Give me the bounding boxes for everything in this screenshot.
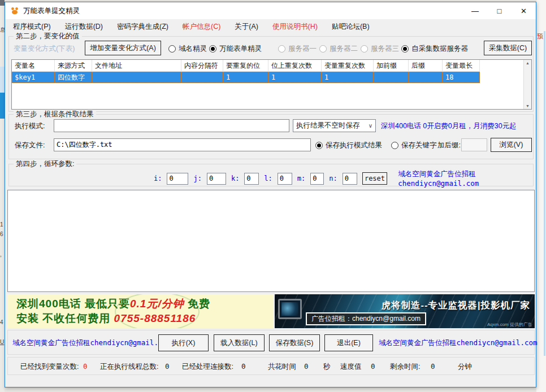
cell-source-mode: 四位数字 xyxy=(55,72,92,83)
param-i-input[interactable] xyxy=(167,173,188,185)
ad-link-domain-rent[interactable]: 域名空间黄金广告位招租chendiycn@gmail.com xyxy=(398,169,533,188)
collect-data-button[interactable]: 采集数据(C) xyxy=(484,41,532,55)
table-header-row: 变量名 来源方式 文件地址 内容分隔符 要重复的位 位上重复次数 变量重复次数 … xyxy=(12,60,531,72)
load-data-button[interactable]: 载入数据(L) xyxy=(214,334,265,351)
param-k-label: k: xyxy=(231,175,239,182)
action-row: 域名空间黄金广告位招租chendiycn@gmail.com 执行(X) 载入数… xyxy=(7,330,535,355)
banner-ad-right[interactable]: 虎将制造--专业监视器|投影机厂家 广告位招租：chendiycn@gmail.… xyxy=(275,294,535,328)
table-scrollbar[interactable]: ▲ ▼ xyxy=(523,60,531,109)
exit-button[interactable]: 退出(E) xyxy=(324,334,373,351)
cell-suffix xyxy=(409,72,443,83)
param-i-label: i: xyxy=(154,175,162,182)
ad-link-bottom-left[interactable]: 域名空间黄金广告位招租chendiycn@gmail.com xyxy=(12,338,171,348)
menu-manual[interactable]: 使用说明书(H) xyxy=(272,22,318,32)
col-header[interactable]: 变量最长 xyxy=(443,60,480,72)
minimize-button[interactable]: — xyxy=(463,2,487,19)
app-window: 万能表单提交精灵 — □ ✕ 程序模式(P) 运行数据(D) 密码字典生成(Z)… xyxy=(5,2,536,387)
status-bar: 已经找到变量次数: 0 正在执行线程总数: 0 已经处理连接数: 0 共花时间 … xyxy=(7,357,535,375)
step3-group-title: 第三步，根据条件取结果 xyxy=(14,110,96,119)
save-file-input[interactable] xyxy=(54,138,311,151)
cell-separator xyxy=(181,72,223,83)
param-m-label: m: xyxy=(297,175,305,182)
param-j-label: j: xyxy=(193,175,201,182)
ad-link-400phone[interactable]: 深圳400电话 0开启费0月租，月消费30元起 xyxy=(381,121,517,131)
radio-checked-icon xyxy=(209,45,216,53)
col-header[interactable]: 来源方式 xyxy=(55,60,92,72)
status-connections-label: 已经处理连接数: xyxy=(182,362,233,372)
step4-group-title: 第四步，循环参数: xyxy=(14,159,76,169)
col-header[interactable]: 变量名 xyxy=(12,60,55,72)
radio-icon xyxy=(361,45,368,53)
cell-variable-name: $key1 xyxy=(12,72,55,83)
menu-password-dict[interactable]: 密码字典生成(Z) xyxy=(117,22,168,32)
screen: 息 1 6 , 4 U 预 万能表单提交精灵 — □ ✕ xyxy=(0,0,546,392)
suffix-input[interactable] xyxy=(461,138,487,151)
banner-text-green: 安装 不收任何费用 xyxy=(16,312,114,324)
menu-program-mode[interactable]: 程序模式(P) xyxy=(13,22,51,32)
radio-label: 保存关键字 xyxy=(401,141,437,150)
scroll-down-icon[interactable]: ▼ xyxy=(526,104,530,108)
window-title: 万能表单提交精灵 xyxy=(23,6,80,16)
variable-table: 变量名 来源方式 文件地址 内容分隔符 要重复的位 位上重复次数 变量重复次数 … xyxy=(11,59,532,110)
reset-button[interactable]: reset xyxy=(362,172,388,185)
col-header[interactable]: 内容分隔符 xyxy=(181,60,223,72)
param-n-input[interactable] xyxy=(343,173,357,185)
radio-icon xyxy=(168,45,176,53)
banner-right-credit: Aqxm.com 提供的广告 xyxy=(487,321,532,328)
radio-server2: 服务器二 xyxy=(319,44,358,54)
param-j-input[interactable] xyxy=(207,173,226,185)
col-header[interactable]: 位上重复次数 xyxy=(268,60,322,72)
title-bar: 万能表单提交精灵 — □ ✕ xyxy=(5,2,536,19)
window-controls: — □ ✕ xyxy=(463,2,536,19)
cell-prefix xyxy=(374,72,409,83)
radio-icon xyxy=(319,45,327,53)
cell-max-length: 18 xyxy=(443,72,480,83)
param-l-input[interactable] xyxy=(278,173,292,185)
col-header[interactable]: 要重复的位 xyxy=(223,60,268,72)
scroll-up-icon[interactable]: ▲ xyxy=(526,61,530,65)
close-button[interactable]: ✕ xyxy=(512,2,536,19)
status-remain-unit: 分钟 xyxy=(458,362,472,372)
radio-label: 服务器二 xyxy=(330,44,358,54)
banner-right-overlay: 广告位招租：chendiycn@gmail.com xyxy=(306,312,426,325)
table-row-selected[interactable]: $key1 四位数字 1 1 1 18 xyxy=(12,72,531,83)
banner-ad-left[interactable]: 深圳400电话 最低只要0.1元/分钟 免费 安装 不收任何费用 0755-88… xyxy=(7,294,274,328)
execute-button[interactable]: 执行(X) xyxy=(158,334,209,351)
radio-label: 服务器一 xyxy=(288,44,317,54)
save-data-button[interactable]: 保存数据(S) xyxy=(269,334,320,351)
radio-self-collect-server[interactable]: 自采集数据服务器 xyxy=(401,44,468,54)
param-n-label: n: xyxy=(329,175,337,182)
maximize-button[interactable]: □ xyxy=(487,2,512,19)
crt-monitor-icon xyxy=(278,299,302,319)
radio-save-keyword[interactable]: 保存关键字 xyxy=(391,141,437,150)
radio-server1: 服务器一 xyxy=(278,44,317,54)
menu-account-info[interactable]: 帐户信息(C) xyxy=(183,22,220,32)
menu-forum[interactable]: 贴吧论坛(B) xyxy=(332,22,370,32)
radio-form-wizard[interactable]: 万能表单精灵 xyxy=(209,44,262,54)
col-header[interactable]: 后缀 xyxy=(409,60,443,72)
status-speed-label: 速度值 xyxy=(340,362,362,372)
radio-save-exec-result[interactable]: 保存执行模式结果 xyxy=(315,141,382,150)
col-header[interactable]: 加前缀 xyxy=(374,60,409,72)
step2-group: 第二步，要变化的值 变量变化方式(下表) 增加变量变化方式(A) 域名精灵 万能… xyxy=(8,36,534,112)
radio-domain-wizard[interactable]: 域名精灵 xyxy=(168,44,207,54)
param-m-input[interactable] xyxy=(310,173,324,185)
result-textarea[interactable] xyxy=(7,190,535,292)
param-k-input[interactable] xyxy=(244,173,259,185)
status-remain-value: 0 xyxy=(431,362,435,371)
radio-checked-icon xyxy=(315,142,323,149)
background-window-right-sliver: 预 xyxy=(536,0,546,392)
radio-server3: 服务器三 xyxy=(361,44,399,54)
ad-link-bottom-right[interactable]: 域名空间黄金广告位招租chendiycn@gmail.com xyxy=(379,338,538,348)
browse-button[interactable]: 浏览(V) xyxy=(491,138,532,152)
save-mode-dropdown[interactable]: 执行结果不空时保存 ∨ xyxy=(293,119,376,132)
exec-mode-input[interactable] xyxy=(54,119,289,132)
add-variable-button[interactable]: 增加变量变化方式(A) xyxy=(85,41,161,55)
status-connections-value: 0 xyxy=(241,362,246,371)
col-header[interactable]: 变量重复次数 xyxy=(322,60,374,72)
col-header[interactable]: 文件地址 xyxy=(92,60,181,72)
menu-run-data[interactable]: 运行数据(D) xyxy=(65,22,103,32)
radio-icon xyxy=(391,142,398,149)
status-found-label: 已经找到变量次数: xyxy=(20,362,79,372)
menu-about[interactable]: 关于(A) xyxy=(235,22,258,32)
